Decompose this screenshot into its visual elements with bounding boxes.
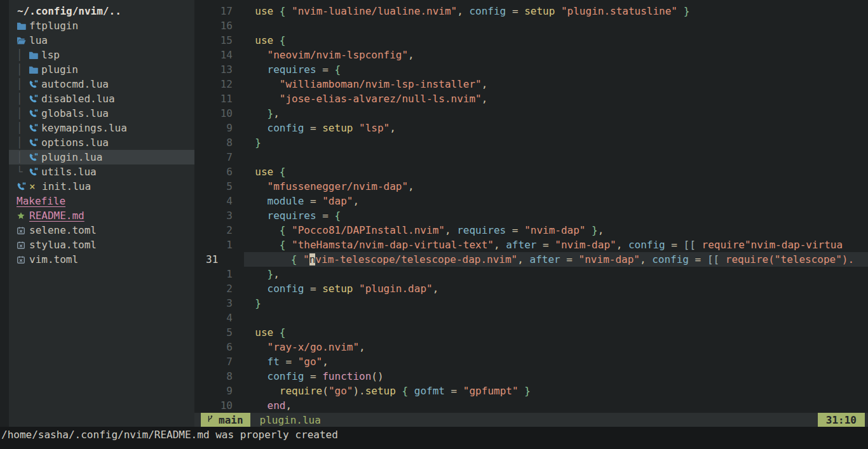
line-number: 12 <box>194 77 233 91</box>
line-number: 15 <box>194 33 233 48</box>
sidebar-item-init-lua[interactable]: ×init.lua <box>9 179 194 194</box>
sidebar-item-label: globals.lua <box>41 106 109 121</box>
sidebar-item-keymapings-lua[interactable]: │keymapings.lua <box>9 121 194 135</box>
code-line[interactable]: 31 { "nvim-telescope/telescope-dap.nvim"… <box>194 252 868 267</box>
sidebar-item-selene-toml[interactable]: selene.toml <box>9 223 194 238</box>
tree-guide: │ <box>17 62 29 77</box>
code-line[interactable]: 9 require("go").setup { gofmt = "gpfumpt… <box>194 384 868 398</box>
line-number: 10 <box>194 106 233 121</box>
lua-file-icon <box>29 94 41 104</box>
lua-file-icon <box>29 138 41 147</box>
code-line[interactable]: 3 requires = { <box>194 208 868 223</box>
line-text: "mfussenegger/nvim-dap", <box>233 179 868 194</box>
toml-file-icon <box>17 226 29 235</box>
file-tree: ~/.config/nvim/.. ftpluginlua│lsp│plugin… <box>9 0 194 427</box>
code-line[interactable]: 10 end, <box>194 398 868 413</box>
sidebar-item-stylua-toml[interactable]: stylua.toml <box>9 238 194 252</box>
folder-open-icon <box>17 36 29 45</box>
tree-guide: │ <box>17 150 29 164</box>
line-text <box>233 18 868 33</box>
line-number: 1 <box>194 267 233 281</box>
code-line[interactable]: 1 { "theHamsta/nvim-dap-virtual-text", a… <box>194 238 868 252</box>
sidebar-item-plugin-lua[interactable]: │plugin.lua <box>9 150 194 164</box>
tree-root-path[interactable]: ~/.config/nvim/.. <box>9 4 194 18</box>
code-line[interactable]: 12 "williamboman/nvim-lsp-installer", <box>194 77 868 91</box>
code-line[interactable]: 5 "mfussenegger/nvim-dap", <box>194 179 868 194</box>
git-branch-icon <box>206 414 214 426</box>
line-number: 16 <box>194 18 233 33</box>
code-line[interactable]: 2 { "Pocco81/DAPInstall.nvim", requires … <box>194 223 868 238</box>
code-line[interactable]: 6 use { <box>194 164 868 179</box>
toml-file-icon <box>17 241 29 250</box>
line-text: "jose-elias-alvarez/null-ls.nvim", <box>233 91 868 106</box>
line-number: 11 <box>194 91 233 106</box>
code-line[interactable]: 16 <box>194 18 868 33</box>
code-line[interactable]: 9 config = setup "lsp", <box>194 121 868 135</box>
code-line[interactable]: 2 config = setup "plugin.dap", <box>194 281 868 296</box>
sidebar-item-label: stylua.toml <box>29 238 97 252</box>
sidebar-item-label: keymapings.lua <box>41 121 127 135</box>
lua-file-icon <box>29 167 41 177</box>
sidebar-item-makefile[interactable]: Makefile <box>9 194 194 208</box>
line-number: 7 <box>194 354 233 369</box>
statusline: main plugin.lua 31:10 <box>194 413 868 427</box>
code-line[interactable]: 1 }, <box>194 267 868 281</box>
line-text: config = function() <box>233 369 868 384</box>
code-line[interactable]: 7 <box>194 150 868 164</box>
code-line[interactable]: 4 <box>194 311 868 325</box>
code-line[interactable]: 17 use { "nvim-lualine/lualine.nvim", co… <box>194 4 868 18</box>
statusline-filename: plugin.lua <box>260 414 321 426</box>
line-number: 9 <box>194 121 233 135</box>
code-line[interactable]: 4 module = "dap", <box>194 194 868 208</box>
code-line[interactable]: 14 "neovim/nvim-lspconfig", <box>194 48 868 62</box>
lua-file-icon <box>29 123 41 133</box>
line-number: 7 <box>194 150 233 164</box>
line-number: 14 <box>194 48 233 62</box>
line-text: end, <box>233 398 868 413</box>
code-line[interactable]: 5 use { <box>194 325 868 340</box>
line-text: { "Pocco81/DAPInstall.nvim", requires = … <box>233 223 868 238</box>
line-number: 3 <box>194 208 233 223</box>
lua-file-icon <box>29 109 41 118</box>
code-line[interactable]: 13 requires = { <box>194 62 868 77</box>
line-text <box>233 311 868 325</box>
line-text: config = setup "lsp", <box>233 121 868 135</box>
line-number: 13 <box>194 62 233 77</box>
sidebar-item-plugin[interactable]: │plugin <box>9 62 194 77</box>
sidebar-item-globals-lua[interactable]: │globals.lua <box>9 106 194 121</box>
sidebar-item-label: plugin <box>41 62 78 77</box>
line-number: 10 <box>194 398 233 413</box>
sidebar-item-autocmd-lua[interactable]: │autocmd.lua <box>9 77 194 91</box>
tree-guide: │ <box>17 106 29 121</box>
tree-guide: │ <box>17 77 29 91</box>
code-line[interactable]: 7 ft = "go", <box>194 354 868 369</box>
sidebar-item-label: vim.toml <box>29 252 78 267</box>
line-text: requires = { <box>233 208 868 223</box>
cursor-position: 31:10 <box>818 413 865 427</box>
code-line[interactable]: 8 } <box>194 135 868 150</box>
sidebar-item-lsp[interactable]: │lsp <box>9 48 194 62</box>
tree-guide: │ <box>17 135 29 150</box>
line-number: 4 <box>194 194 233 208</box>
sidebar-item-readme-md[interactable]: README.md <box>9 208 194 223</box>
sidebar-item-disabled-lua[interactable]: │disabled.lua <box>9 91 194 106</box>
code-line[interactable]: 8 config = function() <box>194 369 868 384</box>
git-branch-label: main <box>219 414 243 426</box>
sidebar-item-label: disabled.lua <box>41 91 115 106</box>
sidebar-item-vim-toml[interactable]: vim.toml <box>9 252 194 267</box>
sidebar-item-lua[interactable]: lua <box>9 33 194 48</box>
code-line[interactable]: 10 }, <box>194 106 868 121</box>
editor[interactable]: 17 use { "nvim-lualine/lualine.nvim", co… <box>194 0 868 413</box>
line-text: { "theHamsta/nvim-dap-virtual-text", aft… <box>233 238 868 252</box>
line-text: module = "dap", <box>233 194 868 208</box>
sidebar-item-options-lua[interactable]: │options.lua <box>9 135 194 150</box>
lua-file-icon <box>17 182 29 191</box>
code-line[interactable]: 6 "ray-x/go.nvim", <box>194 340 868 354</box>
code-line[interactable]: 11 "jose-elias-alvarez/null-ls.nvim", <box>194 91 868 106</box>
code-line[interactable]: 15 use { <box>194 33 868 48</box>
tree-guide: └ <box>17 164 29 179</box>
sidebar-item-ftplugin[interactable]: ftplugin <box>9 18 194 33</box>
sidebar-item-utils-lua[interactable]: └utils.lua <box>9 164 194 179</box>
code-line[interactable]: 3 } <box>194 296 868 311</box>
sidebar-item-label: lua <box>29 33 48 48</box>
